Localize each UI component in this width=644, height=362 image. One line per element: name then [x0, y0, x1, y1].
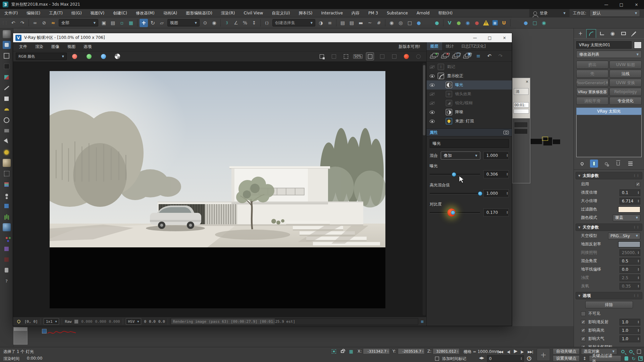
- y-coordinate-field[interactable]: -203516.7▴▾: [398, 348, 425, 354]
- menu-edit[interactable]: 编辑(E): [22, 9, 45, 17]
- filter-color-swatch[interactable]: [618, 206, 640, 213]
- cancel-button-fragment[interactable]: 消: [514, 88, 529, 95]
- blue-sphere-tool-icon[interactable]: [3, 223, 11, 231]
- modifier-vray-displacement-button[interactable]: VRay 置换修改器: [576, 88, 608, 96]
- red-channel-icon[interactable]: [72, 54, 77, 59]
- time-tag-cube-icon[interactable]: [433, 355, 441, 362]
- affect-atmosphere-checkbox[interactable]: ✓: [581, 337, 586, 341]
- add-layer-icon[interactable]: +: [430, 52, 438, 60]
- ground-albedo-swatch[interactable]: [618, 241, 640, 247]
- modifier-stack[interactable]: [576, 115, 642, 157]
- x-coordinate-field[interactable]: -331342.7▴▾: [363, 348, 390, 354]
- color-swatch[interactable]: [515, 122, 527, 127]
- blue-square-tool-icon[interactable]: [3, 202, 11, 210]
- layer-denoise[interactable]: 降噪: [427, 108, 512, 117]
- z-coordinate-field[interactable]: 32801.012▴▾: [433, 348, 460, 354]
- size-spinner[interactable]: 6.714▴▾: [620, 198, 640, 204]
- vfb-status-menu-icon[interactable]: ≡: [421, 319, 424, 324]
- modifier-extrude-button[interactable]: 挤出: [576, 61, 608, 69]
- stop-render-icon[interactable]: [402, 52, 410, 60]
- select-by-name-icon[interactable]: ▤: [109, 19, 117, 27]
- key-mode-icon[interactable]: ↕: [581, 355, 588, 362]
- select-and-link-icon[interactable]: ∞: [31, 19, 39, 27]
- schematic-view-icon[interactable]: #: [375, 19, 383, 27]
- pin-icon[interactable]: [16, 319, 21, 324]
- current-frame-field[interactable]: 0▴▾: [487, 355, 524, 362]
- set-key-button[interactable]: 设置关键点: [553, 355, 580, 362]
- visibility-eye-icon[interactable]: [430, 93, 435, 96]
- vray-vfb-icon[interactable]: ◉: [464, 19, 472, 27]
- yellow-halfdisc-tool-icon[interactable]: [3, 105, 11, 113]
- frame-step-arrows[interactable]: ◀▶: [479, 356, 484, 360]
- exposure-slider[interactable]: [430, 174, 480, 175]
- vfb-maximize-button[interactable]: □: [482, 33, 497, 42]
- delete-layer-icon[interactable]: ×: [441, 52, 449, 60]
- minimized-window-fragment[interactable]: [13, 327, 28, 345]
- intensity-spinner[interactable]: 0.1▴▾: [620, 189, 640, 196]
- select-and-rotate-icon[interactable]: ↻: [149, 19, 157, 27]
- motion-tab-icon[interactable]: ◉: [608, 29, 618, 38]
- syringe-tool-icon[interactable]: [3, 84, 11, 92]
- box-tool-icon[interactable]: [3, 52, 11, 60]
- rectangular-selection-region-icon[interactable]: ▫: [118, 19, 126, 27]
- blend-angle-spinner[interactable]: 0.5▴▾: [620, 258, 640, 264]
- modifier-retopology-button[interactable]: Retopology: [609, 88, 642, 96]
- align-icon[interactable]: ≡: [326, 19, 334, 27]
- layer-list-icon[interactable]: ≡: [474, 52, 482, 60]
- reference-coordinate-dropdown[interactable]: 视图▼: [167, 19, 200, 26]
- menu-help[interactable]: 帮助(H): [434, 9, 457, 17]
- modifier-shell-button[interactable]: 壳: [576, 70, 608, 78]
- modifier-turbosmooth-button[interactable]: 涡轮平滑: [576, 97, 608, 105]
- utilities-tab-icon[interactable]: [629, 29, 639, 38]
- visibility-eye-icon[interactable]: [430, 102, 435, 105]
- modifier-stack-selected[interactable]: VRay 太阳光: [576, 108, 642, 115]
- named-selection-set-dropdown[interactable]: 创建选择集▼: [272, 19, 315, 26]
- vfb-canvas[interactable]: [13, 62, 426, 317]
- menu-create[interactable]: 创建(C): [109, 9, 131, 17]
- select-and-manipulate-icon[interactable]: ◉: [210, 19, 218, 27]
- play-button[interactable]: ▶: [513, 347, 519, 355]
- auto-key-button[interactable]: 自动关键点: [553, 348, 580, 355]
- purple-square-tool-icon[interactable]: [3, 245, 11, 253]
- modifier-normal-button[interactable]: 法线: [609, 70, 642, 78]
- rendered-frame-window-icon[interactable]: □: [406, 19, 414, 27]
- visibility-eye-icon[interactable]: [430, 111, 435, 114]
- active-blue-tool-icon[interactable]: [3, 41, 11, 49]
- zoom-extents-icon[interactable]: [635, 348, 643, 355]
- indirect-illum-spinner[interactable]: 25000.▴▾: [620, 249, 640, 256]
- maximize-viewport-icon[interactable]: [637, 355, 644, 362]
- redo-icon[interactable]: ↷: [18, 19, 26, 27]
- hsv-dropdown[interactable]: HSV▼: [126, 318, 142, 325]
- pixel-size-dropdown[interactable]: 1x1▼: [44, 318, 59, 325]
- minimize-button[interactable]: —: [599, 0, 614, 9]
- u-render-icon[interactable]: U: [500, 19, 508, 27]
- render-last-icon[interactable]: [414, 52, 422, 60]
- time-slider-fragment[interactable]: [42, 329, 47, 334]
- layer-sharpen-blur[interactable]: 锐化/模糊: [427, 99, 512, 108]
- unlink-selection-icon[interactable]: ⊘: [40, 19, 48, 27]
- menu-group[interactable]: 组(G): [67, 9, 86, 17]
- go-to-end-button[interactable]: ▶▶|: [526, 348, 535, 355]
- darkred-square-tool-icon[interactable]: [3, 255, 11, 263]
- sky-model-dropdown[interactable]: PRG…Sky▼: [608, 233, 640, 239]
- pan-icon[interactable]: [623, 355, 630, 362]
- invisible-checkbox[interactable]: [581, 311, 586, 316]
- object-color-swatch[interactable]: [634, 42, 642, 49]
- plant-tool-icon[interactable]: [3, 213, 11, 221]
- graphite-ribbon-icon[interactable]: ▬: [357, 19, 365, 27]
- vray-stop-icon[interactable]: ●: [473, 19, 481, 27]
- green-channel-icon[interactable]: [87, 54, 92, 59]
- menu-modifiers[interactable]: 修改器(M): [131, 9, 159, 17]
- material-editor-icon[interactable]: ◉: [387, 19, 396, 27]
- horizon-offset-spinner[interactable]: 0.0▴▾: [620, 266, 640, 273]
- qr-code-icon[interactable]: ▦: [491, 19, 499, 27]
- ozone-spinner[interactable]: 0.35▴▾: [620, 283, 640, 290]
- menu-customize[interactable]: 自定义(U): [267, 9, 294, 17]
- save-layers-icon[interactable]: □: [452, 52, 460, 60]
- character-tool-icon[interactable]: [3, 191, 11, 199]
- turbidity-spinner[interactable]: 2.5▴▾: [620, 275, 640, 281]
- compare-horizontal-icon[interactable]: [378, 52, 386, 60]
- absolute-mode-icon[interactable]: ▦: [347, 348, 355, 355]
- login-button[interactable]: 登录 ▼: [529, 9, 570, 17]
- close-icon[interactable]: ×: [526, 79, 529, 84]
